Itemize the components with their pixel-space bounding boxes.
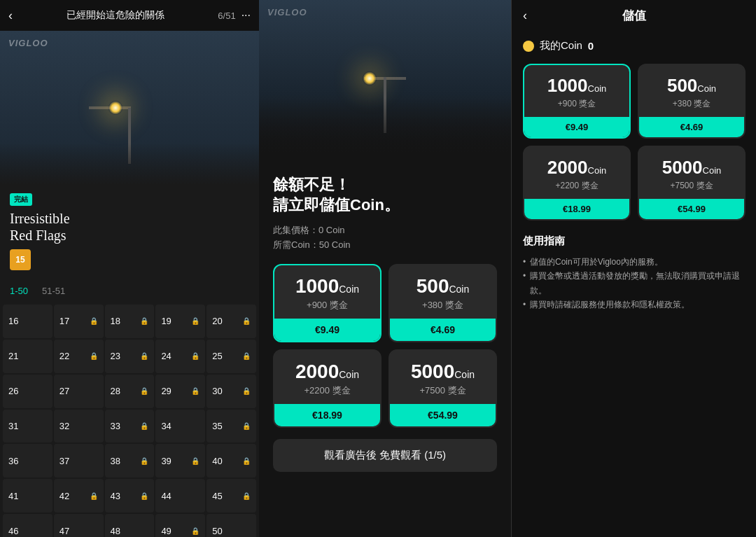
right-header: ‹ 儲值 bbox=[512, 0, 756, 31]
episode-cell[interactable]: 35🔒 bbox=[206, 410, 256, 443]
episode-cell[interactable]: 45🔒 bbox=[206, 479, 256, 512]
middle-package-card-1[interactable]: 500Coin +380 獎金 €4.69 bbox=[388, 264, 497, 342]
middle-package-card-0[interactable]: 1000Coin +900 獎金 €9.49 bbox=[273, 264, 382, 342]
right-package-grid: 1000Coin +900 獎金 €9.49 500Coin +380 獎金 €… bbox=[523, 64, 746, 221]
episode-cell[interactable]: 26 bbox=[3, 375, 52, 408]
guide-item: 儲值的Coin可用於Vigloo內的服務。 bbox=[523, 255, 746, 269]
left-panel: ‹ 已經開始這危險的關係 6/51 ··· VIGLOO 完結 Irresist… bbox=[0, 0, 259, 537]
guide-items: 儲值的Coin可用於Vigloo內的服務。購買金幣或透過活動發放的獎勵，無法取消… bbox=[523, 255, 746, 312]
guide-item: 購買金幣或透過活動發放的獎勵，無法取消購買或申請退款。 bbox=[523, 269, 746, 298]
episode-cell[interactable]: 27 bbox=[54, 375, 104, 408]
episode-cell[interactable]: 19🔒 bbox=[155, 305, 205, 338]
episode-cell[interactable]: 44 bbox=[155, 479, 205, 512]
episode-cell[interactable]: 37 bbox=[54, 444, 104, 477]
middle-panel: VIGLOO 餘額不足！請立即儲值Coin。 此集價格：0 Coin 所需Coi… bbox=[259, 0, 511, 537]
episode-cell[interactable]: 22🔒 bbox=[54, 340, 104, 373]
popup-content: 餘額不足！請立即儲值Coin。 此集價格：0 Coin 所需Coin：50 Co… bbox=[259, 161, 511, 486]
left-header: ‹ 已經開始這危險的關係 6/51 ··· bbox=[0, 0, 259, 31]
episode-cell[interactable]: 47 bbox=[54, 514, 104, 537]
episode-cell[interactable]: 46 bbox=[3, 514, 52, 537]
right-panel-title: 儲值 bbox=[622, 8, 646, 24]
episode-cell[interactable]: 36 bbox=[3, 444, 52, 477]
series-title: IrresistibleRed Flags bbox=[10, 210, 249, 244]
episode-cell[interactable]: 34 bbox=[155, 410, 205, 443]
episode-cell[interactable]: 29🔒 bbox=[155, 375, 205, 408]
vigloo-logo-left: VIGLOO bbox=[8, 38, 48, 48]
my-coin-row: 我的Coin 0 bbox=[523, 39, 746, 53]
episode-cell[interactable]: 33🔒 bbox=[105, 410, 155, 443]
episode-cell[interactable]: 28🔒 bbox=[105, 375, 155, 408]
coin-icon bbox=[523, 41, 534, 52]
episode-cell[interactable]: 39🔒 bbox=[155, 444, 205, 477]
episode-cell[interactable]: 31 bbox=[3, 410, 52, 443]
episode-grid: 1617🔒18🔒19🔒20🔒2122🔒23🔒24🔒25🔒262728🔒29🔒30… bbox=[0, 302, 259, 537]
episode-cell[interactable]: 49🔒 bbox=[155, 514, 205, 537]
episode-cell[interactable]: 32 bbox=[54, 410, 104, 443]
episode-count: 6/51 bbox=[218, 11, 235, 21]
middle-bg: VIGLOO bbox=[259, 0, 511, 154]
more-options-button[interactable]: ··· bbox=[241, 9, 251, 22]
series-info: 完結 IrresistibleRed Flags 15 bbox=[0, 185, 259, 283]
episode-cell[interactable]: 41 bbox=[3, 479, 52, 512]
episode-cell[interactable]: 48 bbox=[105, 514, 155, 537]
middle-package-grid: 1000Coin +900 獎金 €9.49 500Coin +380 獎金 €… bbox=[273, 264, 497, 428]
episode-cell[interactable]: 16 bbox=[3, 305, 52, 338]
series-header-title: 已經開始這危險的關係 bbox=[18, 9, 212, 22]
middle-package-card-3[interactable]: 5000Coin +7500 獎金 €54.99 bbox=[388, 349, 497, 428]
right-panel: ‹ 儲值 我的Coin 0 1000Coin +900 獎金 €9.49 500… bbox=[512, 0, 756, 537]
right-back-button[interactable]: ‹ bbox=[523, 8, 527, 23]
episode-cell[interactable]: 42🔒 bbox=[54, 479, 104, 512]
popup-subtitle: 此集價格：0 Coin 所需Coin：50 Coin bbox=[273, 223, 497, 253]
guide-title: 使用指南 bbox=[523, 235, 746, 248]
right-package-card-1[interactable]: 500Coin +380 獎金 €4.69 bbox=[638, 64, 746, 139]
popup-title: 餘額不足！請立即儲值Coin。 bbox=[273, 175, 497, 215]
episode-cell[interactable]: 17🔒 bbox=[54, 305, 104, 338]
right-package-card-2[interactable]: 2000Coin +2200 獎金 €18.99 bbox=[523, 146, 631, 221]
usage-guide: 使用指南 儲值的Coin可用於Vigloo內的服務。購買金幣或透過活動發放的獎勵… bbox=[523, 235, 746, 312]
guide-item: 購買時請確認服務使用條款和隱私權政策。 bbox=[523, 298, 746, 312]
tab-1-50[interactable]: 1-50 bbox=[10, 286, 28, 299]
episode-cell[interactable]: 38🔒 bbox=[105, 444, 155, 477]
my-coin-value: 0 bbox=[588, 40, 594, 52]
vigloo-logo-middle: VIGLOO bbox=[267, 7, 307, 18]
episode-cell[interactable]: 23🔒 bbox=[105, 340, 155, 373]
left-back-button[interactable]: ‹ bbox=[8, 8, 13, 23]
right-package-card-0[interactable]: 1000Coin +900 獎金 €9.49 bbox=[523, 64, 631, 139]
complete-tag: 完結 bbox=[10, 193, 32, 206]
tab-51-51[interactable]: 51-51 bbox=[42, 286, 65, 299]
episode-cell[interactable]: 43🔒 bbox=[105, 479, 155, 512]
age-rating-badge: 15 bbox=[10, 249, 31, 270]
middle-package-card-2[interactable]: 2000Coin +2200 獎金 €18.99 bbox=[273, 349, 382, 428]
episode-cell[interactable]: 40🔒 bbox=[206, 444, 256, 477]
episode-cell[interactable]: 18🔒 bbox=[105, 305, 155, 338]
episode-cell[interactable]: 50 bbox=[206, 514, 256, 537]
watch-ad-button[interactable]: 觀看廣告後 免費觀看 (1/5) bbox=[273, 439, 497, 472]
episode-cell[interactable]: 30🔒 bbox=[206, 375, 256, 408]
episode-cell[interactable]: 25🔒 bbox=[206, 340, 256, 373]
episode-cell[interactable]: 20🔒 bbox=[206, 305, 256, 338]
right-body: 我的Coin 0 1000Coin +900 獎金 €9.49 500Coin … bbox=[512, 31, 756, 537]
episode-cell[interactable]: 21 bbox=[3, 340, 52, 373]
right-package-card-3[interactable]: 5000Coin +7500 獎金 €54.99 bbox=[638, 146, 746, 221]
my-coin-label: 我的Coin bbox=[540, 39, 582, 53]
series-banner: VIGLOO bbox=[0, 31, 259, 185]
episode-tabs: 1-50 51-51 bbox=[0, 283, 259, 302]
episode-cell[interactable]: 24🔒 bbox=[155, 340, 205, 373]
